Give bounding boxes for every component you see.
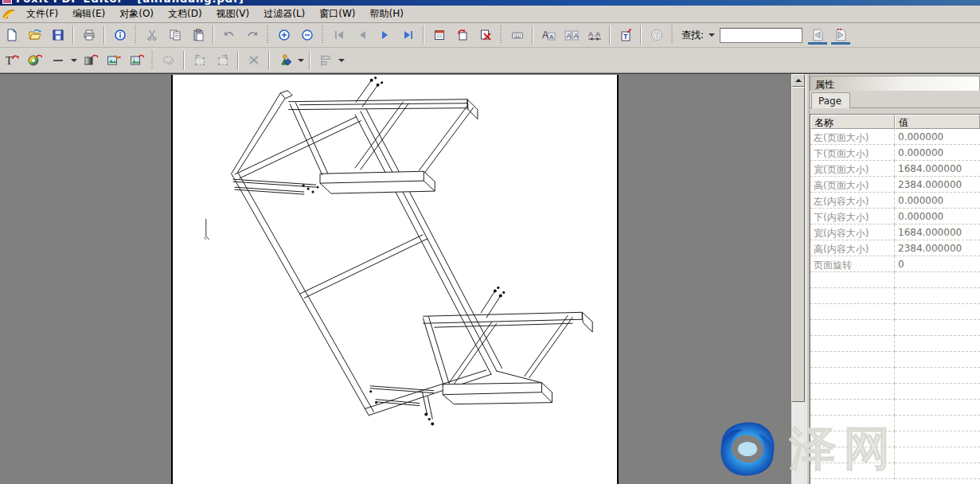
page-properties-button[interactable] (428, 25, 451, 45)
line-style-button[interactable] (46, 50, 69, 71)
rotate-page-icon (456, 29, 469, 41)
paste-button[interactable] (186, 25, 209, 45)
color-wheel-icon (28, 53, 42, 67)
last-page-button[interactable] (396, 25, 420, 45)
property-value[interactable]: 0 (895, 256, 980, 272)
font-spacing-button[interactable]: AA (583, 25, 606, 45)
property-value[interactable]: 1684.000000 (895, 161, 980, 177)
property-value[interactable]: 2384.000000 (895, 177, 980, 193)
add-text-button[interactable]: T (0, 50, 23, 71)
lasso-pen-icon (162, 53, 176, 67)
scroll-thumb[interactable] (791, 87, 805, 402)
add-image-button[interactable] (125, 50, 148, 71)
gradient-button[interactable] (79, 50, 102, 71)
rotate-selection-right-button[interactable] (211, 50, 234, 71)
align-button[interactable] (314, 50, 337, 71)
print-button[interactable] (77, 25, 100, 45)
property-row: 左(页面大小)0.000000 (810, 129, 980, 145)
property-value[interactable]: 1684.000000 (895, 224, 980, 240)
find-input[interactable] (720, 28, 802, 43)
edit-image-button[interactable] (102, 50, 125, 71)
next-page-button[interactable] (373, 25, 396, 45)
properties-title: 属性 (810, 76, 980, 91)
shapes-caret[interactable] (296, 50, 306, 71)
property-value (895, 320, 980, 336)
add-color-button[interactable] (23, 50, 46, 71)
document-canvas[interactable] (0, 73, 791, 484)
keyboard-button[interactable] (506, 25, 529, 45)
menu-item[interactable]: 编辑(E) (65, 6, 112, 21)
property-name: 下(页面大小) (810, 145, 895, 161)
separator (609, 25, 611, 45)
font-size-button[interactable]: AA (537, 25, 560, 45)
column-header-name[interactable]: 名称 (810, 115, 895, 129)
menu-item[interactable]: 对象(O) (112, 6, 161, 21)
property-row (810, 368, 980, 384)
find-prev-button[interactable] (806, 25, 829, 45)
find-history-caret[interactable] (707, 25, 716, 45)
open-button[interactable] (23, 25, 46, 45)
separator (268, 51, 270, 70)
properties-grid: 名称 值 左(页面大小)0.000000下(页面大小)0.000000宽(页面大… (810, 114, 980, 484)
tab-page[interactable]: Page (811, 92, 850, 108)
lasso-button[interactable] (157, 50, 180, 71)
property-row: 高(内容大小)2384.000000 (810, 240, 980, 256)
rotate-page-button[interactable] (451, 25, 474, 45)
property-row (810, 431, 980, 447)
rotate-selection-left-button[interactable] (188, 50, 211, 71)
pdf-page[interactable] (171, 75, 619, 484)
undo-button[interactable] (217, 25, 240, 45)
menu-item[interactable]: 帮助(H) (363, 6, 411, 21)
zoom-out-button[interactable] (295, 25, 318, 45)
font-spacing-icon: AA (588, 29, 602, 41)
add-text-icon: T (5, 53, 19, 67)
menu-item[interactable]: 文件(F) (19, 6, 65, 21)
font-pair-icon: AA (564, 29, 579, 41)
align-caret[interactable] (337, 50, 346, 71)
line-icon (53, 55, 64, 66)
delete-page-button[interactable] (474, 25, 497, 45)
text-circle-button[interactable]: T (645, 25, 668, 45)
property-name (810, 368, 895, 384)
property-value[interactable]: 2384.000000 (895, 240, 980, 256)
vertical-scrollbar[interactable] (791, 73, 805, 484)
menu-item[interactable]: 视图(V) (209, 6, 257, 21)
column-header-value[interactable]: 值 (895, 115, 980, 129)
delete-selection-button[interactable] (242, 50, 265, 71)
save-button[interactable] (46, 25, 69, 45)
prev-page-button[interactable] (350, 25, 373, 45)
menu-bar: 文件(F)编辑(E)对象(O)文档(D)视图(V)过滤器(L)窗口(W)帮助(H… (0, 6, 980, 23)
scroll-up-button[interactable] (791, 74, 805, 87)
svg-text:T: T (6, 55, 13, 67)
title-bar: Foxit PDF Editor - [anfandang.pdf] (0, 0, 980, 6)
insert-text-button[interactable]: T (614, 25, 637, 45)
info-button[interactable] (108, 25, 131, 45)
property-row: 宽(内容大小)1684.000000 (810, 224, 980, 240)
property-value[interactable]: 0.000000 (895, 145, 980, 161)
property-value[interactable]: 0.000000 (895, 129, 980, 145)
copy-button[interactable] (163, 25, 186, 45)
keyboard-icon (511, 29, 524, 41)
zoom-in-button[interactable] (272, 25, 295, 45)
shapes-button[interactable] (273, 50, 296, 71)
font-pair-button[interactable]: AA (560, 25, 583, 45)
property-value (895, 431, 980, 447)
toolbar-grip (499, 25, 503, 45)
property-value[interactable]: 0.000000 (895, 209, 980, 224)
add-image-icon (130, 53, 144, 67)
separator (183, 51, 185, 70)
new-button[interactable] (0, 25, 23, 45)
last-page-icon (402, 29, 415, 41)
property-value[interactable]: 0.000000 (895, 193, 980, 209)
cut-button[interactable] (140, 25, 163, 45)
redo-button[interactable] (240, 25, 264, 45)
menu-item[interactable]: 文档(D) (161, 6, 209, 21)
menu-item[interactable]: 窗口(W) (312, 6, 362, 21)
toolbar-grip (150, 51, 154, 70)
line-style-caret[interactable] (69, 50, 79, 71)
first-page-button[interactable] (327, 25, 350, 45)
find-next-button[interactable] (829, 25, 852, 45)
property-value (895, 304, 980, 320)
svg-text:A: A (542, 29, 549, 41)
menu-item[interactable]: 过滤器(L) (256, 6, 312, 21)
